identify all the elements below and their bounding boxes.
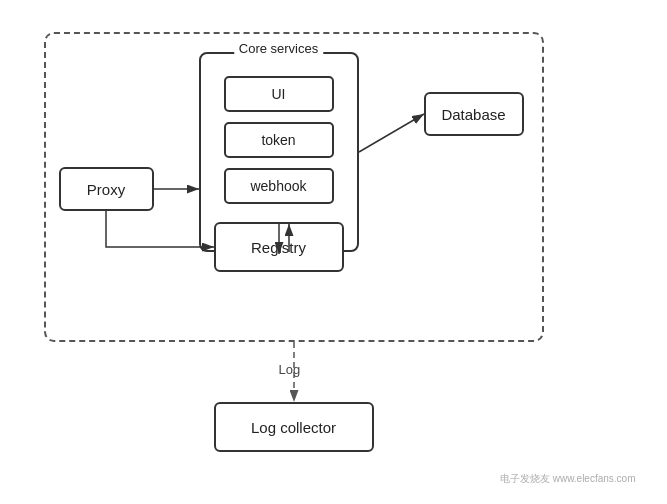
database-box: Database: [424, 92, 524, 136]
token-label: token: [261, 132, 295, 148]
database-label: Database: [441, 106, 505, 123]
ui-box: UI: [224, 76, 334, 112]
architecture-diagram: Proxy Core services UI token webhook Dat…: [24, 12, 644, 492]
registry-label: Registry: [251, 239, 306, 256]
token-box: token: [224, 122, 334, 158]
webhook-box: webhook: [224, 168, 334, 204]
watermark: 电子发烧友 www.elecfans.com: [500, 472, 636, 486]
webhook-label: webhook: [250, 178, 306, 194]
ui-label: UI: [272, 86, 286, 102]
log-collector-box: Log collector: [214, 402, 374, 452]
core-services-label: Core services: [234, 41, 323, 56]
log-collector-label: Log collector: [251, 419, 336, 436]
registry-box: Registry: [214, 222, 344, 272]
log-edge-label: Log: [279, 362, 301, 377]
proxy-label: Proxy: [87, 181, 125, 198]
proxy-box: Proxy: [59, 167, 154, 211]
